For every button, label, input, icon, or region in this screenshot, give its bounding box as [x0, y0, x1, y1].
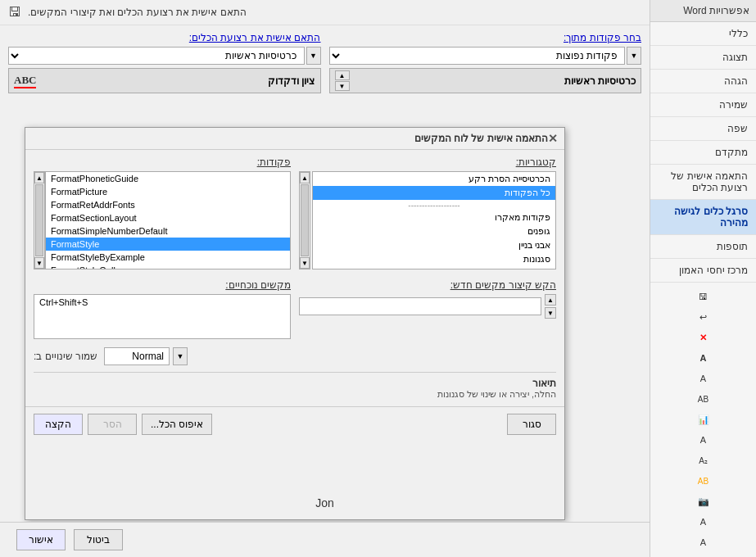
match-tools-icon: 🖫	[8, 5, 21, 20]
description-label: תיאור	[34, 378, 556, 389]
app-title: אפשרויות Word	[650, 0, 756, 22]
new-shortcut-label: הקש קיצור מקשים חדש:	[299, 279, 556, 291]
sidebar-item-trustcenter[interactable]: מרכז יחסי האמון	[650, 259, 756, 283]
save-dropdown-arrow[interactable]: ▼	[173, 347, 188, 365]
reset-all-button[interactable]: איפוס הכל...	[142, 414, 212, 435]
sidebar-item-quickaccess[interactable]: סרגל כלים לגישה מהירה	[650, 200, 756, 235]
new-shortcut-scroll-up[interactable]: ▲ ▼	[545, 294, 556, 319]
categories-label: קטגוריות:	[299, 156, 556, 168]
category-dropdown-arrow[interactable]: ▼	[306, 47, 321, 65]
sidebar-item-ribbon[interactable]: התאמה אישית של רצועת הכלים	[650, 165, 756, 200]
save-label: שמור שינויים ב:	[34, 351, 97, 362]
ab-icon[interactable]: AB	[695, 390, 713, 408]
from-dropdown[interactable]: פקודות נפוצות	[329, 47, 626, 65]
sidebar-item-display[interactable]: תצוגה	[650, 46, 756, 70]
remove-button[interactable]: הסר	[88, 414, 137, 435]
cmd-scroll-up[interactable]: ▲	[335, 70, 350, 80]
new-shortcut-input[interactable]	[299, 297, 541, 315]
camera-icon[interactable]: 📷	[695, 492, 713, 510]
category-label: התאם אישית את רצועת הכלים:	[8, 32, 321, 43]
sidebar: אפשרויות Word כללי תצוגה הגהה שמירה שפה …	[650, 0, 756, 557]
description-text: החלה, יצירה או שינוי של סגנונות	[34, 389, 556, 400]
cmd-list-scroll-thumb	[35, 184, 43, 256]
list-item[interactable]: סגנונות	[313, 252, 555, 266]
commands-header-text: כרטיסיות ראשיות	[564, 75, 636, 87]
highlight-icon[interactable]: AB	[695, 472, 713, 490]
list-item-selected[interactable]: FormatStyle	[46, 238, 290, 251]
list-item[interactable]: FormatStyleGallery	[46, 264, 290, 269]
subscript-icon[interactable]: A₂	[695, 451, 713, 469]
commands-label: פקודות:	[34, 156, 291, 168]
red-x-icon[interactable]: ✕	[695, 328, 713, 346]
assign-button[interactable]: הקצה	[34, 414, 83, 435]
keyboard-shortcut-modal: ✕ התאמה אישית של לוח המקשים קטגוריות: הכ…	[25, 127, 565, 520]
categories-list[interactable]: הכרטיסייה הסרת רקע כל הפקודות ----------…	[312, 171, 556, 269]
list-item[interactable]: FormatPicture	[46, 185, 290, 198]
list-item[interactable]: אבני בניין	[313, 238, 555, 252]
cmd-scroll-down[interactable]: ▼	[335, 81, 350, 91]
ok-button[interactable]: אישור	[16, 529, 66, 550]
from-dropdown-arrow[interactable]: ▼	[627, 47, 641, 65]
list-item[interactable]: FormatStyleByExample	[46, 251, 290, 264]
list-item[interactable]: FormatRetAddrFonts	[46, 198, 290, 211]
from-label: בחר פקודות מתוך:	[329, 32, 642, 43]
modal-close-btn[interactable]: ✕	[548, 132, 558, 145]
match-tools-text: התאם אישית את רצועת הכלים ואת קיצורי המק…	[28, 7, 247, 18]
list-item[interactable]: גופנים	[313, 224, 555, 238]
cat-scroll-thumb	[301, 184, 309, 256]
list-item[interactable]: FormatSectionLayout	[46, 211, 290, 224]
text-a-icon-3[interactable]: A	[695, 431, 713, 449]
cat-scroll-down[interactable]: ▼	[300, 257, 310, 269]
sidebar-item-general[interactable]: כללי	[650, 22, 756, 46]
save-value: Normal	[104, 347, 170, 365]
text-a-icon-2[interactable]: A	[695, 369, 713, 387]
category-dropdown[interactable]: כרטיסיות ראשיות	[8, 47, 305, 65]
text-a-icon-4[interactable]: A	[695, 513, 713, 531]
text-a-icon-1[interactable]: A	[695, 349, 713, 367]
cmd-list-scroll-up[interactable]: ▲	[34, 172, 44, 183]
list-item[interactable]: FormatSimpleNumberDefault	[46, 224, 290, 238]
cmd-list-scroll-down[interactable]: ▼	[34, 257, 44, 269]
list-item[interactable]: סימנים נפוצים	[313, 266, 555, 269]
cat-scroll-up[interactable]: ▲	[300, 172, 310, 183]
abc-icon: ABC	[14, 74, 36, 88]
current-shortcut-label: מקשים נוכחיים:	[34, 279, 291, 291]
sidebar-item-language[interactable]: שפה	[650, 117, 756, 141]
list-item[interactable]: כל הפקודות	[313, 186, 555, 200]
jon-text: Jon	[315, 496, 334, 509]
modal-title: התאמה אישית של לוח המקשים	[32, 133, 548, 144]
title2-text: ציון ודקדוק	[268, 75, 315, 87]
list-item[interactable]: FormatPhoneticGuide	[46, 172, 290, 185]
sidebar-item-addins[interactable]: תוספות	[650, 235, 756, 259]
text-resh-icon[interactable]: ר	[695, 554, 713, 557]
sidebar-item-save[interactable]: שמירה	[650, 93, 756, 117]
save-icon[interactable]: 🖫	[695, 288, 713, 306]
cancel-button[interactable]: ביטול	[74, 529, 123, 550]
commands-list[interactable]: FormatPhoneticGuide FormatPicture Format…	[45, 171, 291, 269]
list-item-separator: -------------------	[313, 200, 555, 211]
current-shortcut-value: Ctrl+Shift+S	[36, 297, 288, 308]
text-a-icon-5[interactable]: A	[695, 533, 713, 551]
undo-icon[interactable]: ↩	[695, 308, 713, 326]
current-shortcuts-list: Ctrl+Shift+S	[34, 294, 291, 339]
close-button[interactable]: סגור	[507, 414, 556, 435]
sidebar-item-proofing[interactable]: הגהה	[650, 70, 756, 93]
sidebar-item-advanced[interactable]: מתקדם	[650, 141, 756, 165]
list-item[interactable]: פקודות מאקרו	[313, 211, 555, 224]
list-item[interactable]: הכרטיסייה הסרת רקע	[313, 172, 555, 186]
chart-icon[interactable]: 📊	[695, 410, 713, 428]
